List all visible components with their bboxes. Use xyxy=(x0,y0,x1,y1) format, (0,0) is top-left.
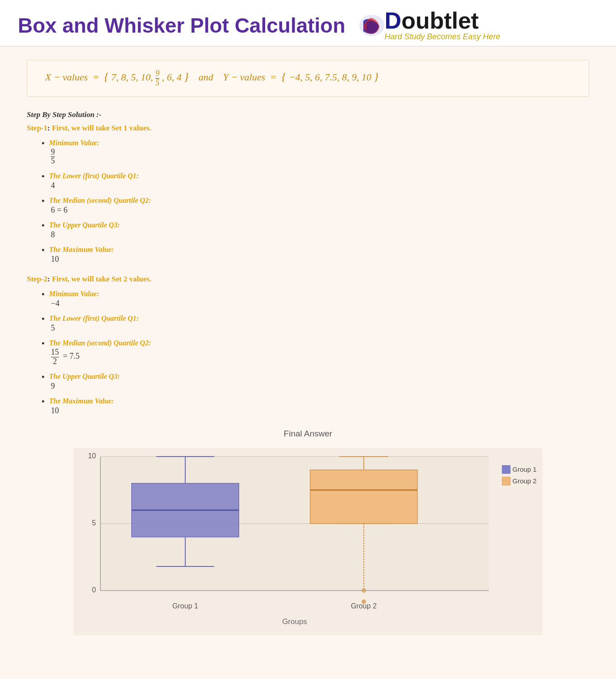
x-formula: X − values = { 7, 8, 5, 10, 9 5 , 6, 4 } xyxy=(45,71,191,83)
logo: Doubtlet Hard Study Becomes Easy Here xyxy=(359,9,500,42)
logo-oubtlet: oubtlet xyxy=(401,8,479,34)
s2-q3-label: The Upper Quartile Q3: xyxy=(49,373,120,380)
q2-label: The Median (second) Quartile Q2: xyxy=(49,197,151,204)
s2-q2-value: 15 2 = 7.5 xyxy=(51,348,589,366)
steps-label: Step By Step Solution :- xyxy=(27,110,589,119)
list-item: The Lower (first) Quartile Q1: 5 xyxy=(49,314,589,333)
chart-section: Final Answer xyxy=(27,429,589,637)
list-item: The Median (second) Quartile Q2: 15 2 = … xyxy=(49,339,589,366)
q3-label: The Upper Quartile Q3: xyxy=(49,221,120,229)
q1-label: The Lower (first) Quartile Q1: xyxy=(49,172,139,180)
list-item: Minimum Value: −4 xyxy=(49,290,589,308)
s2-max-value: 10 xyxy=(51,406,589,415)
step2-number: Step-2 xyxy=(27,275,47,283)
max-label: The Maximum Value: xyxy=(49,246,114,253)
svg-rect-27 xyxy=(502,465,510,474)
s2-q1-label: The Lower (first) Quartile Q1: xyxy=(49,314,139,322)
svg-point-22 xyxy=(362,588,366,593)
step2-desc: First, we will take Set 2 values. xyxy=(52,275,151,283)
s2-min-value: −4 xyxy=(51,299,589,308)
step1-header: Step-1: First, we will take Set 1 values… xyxy=(27,124,589,133)
max-value: 10 xyxy=(51,255,589,264)
s2-q1-value: 5 xyxy=(51,323,589,333)
chart-wrapper: 10 5 0 xyxy=(74,448,542,637)
step2-list: Minimum Value: −4 The Lower (first) Quar… xyxy=(49,290,589,415)
min-value: 9 5 xyxy=(51,148,589,166)
chart-title: Final Answer xyxy=(27,429,589,439)
list-item: The Maximum Value: 10 xyxy=(49,397,589,415)
s2-max-label: The Maximum Value: xyxy=(49,397,114,405)
list-item: Minimum Value: 9 5 xyxy=(49,139,589,166)
step2-section: Step-2: First, we will take Set 2 values… xyxy=(27,275,589,415)
logo-d: D xyxy=(385,8,402,34)
q2-value: 6 = 6 xyxy=(51,205,589,215)
svg-rect-29 xyxy=(502,477,510,485)
step2-header: Step-2: First, we will take Set 2 values… xyxy=(27,275,589,284)
step1-number: Step-1 xyxy=(27,124,47,132)
page-title: Box and Whisker Plot Calculation xyxy=(18,13,345,38)
logo-text: Doubtlet xyxy=(385,9,500,32)
list-item: The Upper Quartile Q3: 9 xyxy=(49,373,589,391)
svg-text:Groups: Groups xyxy=(282,617,307,626)
step1-desc: First, we will take Set 1 values. xyxy=(52,124,151,132)
svg-text:5: 5 xyxy=(92,519,96,527)
y-formula: Y − values = { −4, 5, 6, 7.5, 8, 9, 10 } xyxy=(223,71,379,83)
s2-min-label: Minimum Value: xyxy=(49,290,99,298)
list-item: The Median (second) Quartile Q2: 6 = 6 xyxy=(49,197,589,215)
list-item: The Lower (first) Quartile Q1: 4 xyxy=(49,172,589,190)
step1-list: Minimum Value: 9 5 The Lower (first) Qua… xyxy=(49,139,589,264)
formula-box: X − values = { 7, 8, 5, 10, 9 5 , 6, 4 }… xyxy=(27,60,589,97)
q3-value: 8 xyxy=(51,230,589,239)
svg-rect-16 xyxy=(310,470,417,524)
step1-section: Step-1: First, we will take Set 1 values… xyxy=(27,124,589,264)
svg-text:Group 1: Group 1 xyxy=(512,465,537,473)
main-content: X − values = { 7, 8, 5, 10, 9 5 , 6, 4 }… xyxy=(0,46,616,650)
s2-q3-value: 9 xyxy=(51,381,589,391)
logo-tagline: Hard Study Becomes Easy Here xyxy=(385,32,500,42)
min-label: Minimum Value: xyxy=(49,139,99,147)
svg-text:0: 0 xyxy=(92,586,96,594)
svg-text:Group 2: Group 2 xyxy=(512,477,537,485)
page-header: Box and Whisker Plot Calculation Doubtle… xyxy=(0,0,616,46)
q1-value: 4 xyxy=(51,181,589,190)
svg-text:Group 1: Group 1 xyxy=(172,602,198,610)
svg-text:Group 2: Group 2 xyxy=(351,602,377,610)
box-whisker-chart: 10 5 0 xyxy=(74,448,542,635)
logo-icon xyxy=(359,14,385,37)
list-item: The Upper Quartile Q3: 8 xyxy=(49,221,589,239)
s2-q2-label: The Median (second) Quartile Q2: xyxy=(49,339,151,347)
svg-text:10: 10 xyxy=(88,452,96,460)
list-item: The Maximum Value: 10 xyxy=(49,246,589,264)
